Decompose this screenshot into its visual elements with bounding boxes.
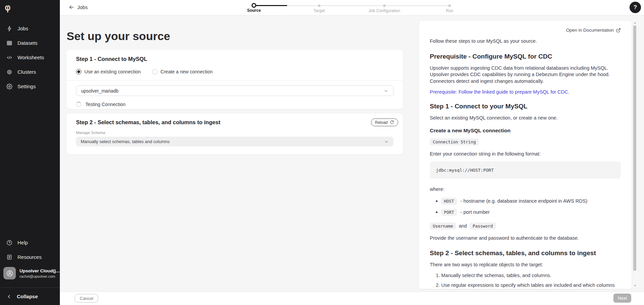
docs-heading-create-connection: Create a new MySQL connection — [430, 128, 621, 134]
step-dot-icon — [252, 3, 256, 8]
help-circle-icon — [6, 240, 12, 246]
docs-paragraph: Enter your connection string in the foll… — [430, 151, 621, 158]
next-button[interactable]: Next — [613, 294, 631, 303]
user-meta: Upsolver Cloud(j... rachel@upsolver.com — [20, 268, 57, 278]
chip-icon — [6, 69, 12, 75]
testing-connection-label: Testing Connection — [85, 102, 125, 107]
breadcrumb-back-jobs[interactable]: Jobs — [69, 4, 88, 10]
docs-heading-step2: Step 2 - Select schemas, tables, and col… — [430, 249, 621, 257]
docs-intro: Follow these steps to use MySQL as your … — [430, 38, 621, 45]
user-account[interactable]: Upsolver Cloud(j... rachel@upsolver.com — [0, 264, 60, 283]
manage-schema-select-value: Manually select schemas, tables and colu… — [81, 139, 384, 144]
sidebar-item-datasets[interactable]: Datasets — [0, 36, 60, 50]
scrollbar-down-arrow[interactable]: ▼ — [634, 284, 637, 287]
list-item: Use regular expressions to specify which… — [441, 282, 621, 289]
spinner-icon — [76, 102, 81, 107]
sidebar-item-label: Resources — [17, 254, 42, 260]
password-code-badge: Password — [469, 223, 496, 230]
reload-button[interactable]: Reload — [371, 118, 398, 126]
user-avatar — [3, 267, 16, 279]
sidebar: φ Jobs Datasets Worksheets Clusters — [0, 0, 60, 305]
reload-label: Reload — [375, 120, 388, 125]
prerequisite-guide-link[interactable]: Prerequisite: Follow the linked guide to… — [430, 89, 621, 95]
docs-bullet-list: HOST - hostname (e.g. database instance … — [430, 198, 621, 216]
sidebar-footer: Help Resources Upsolver Cloud(j... rache… — [0, 235, 60, 305]
username-code-badge: Username — [430, 223, 456, 230]
stepper-step-source[interactable]: Source — [221, 2, 287, 13]
bullet-icon — [436, 200, 438, 202]
external-link-icon — [616, 28, 621, 33]
page-title: Set up your source — [67, 30, 170, 43]
step1-card: Step 1 - Connect to MySQL Use an existin… — [67, 50, 403, 109]
sidebar-item-label: Worksheets — [17, 55, 44, 60]
list-item: PORT - port number — [430, 209, 621, 216]
user-name: Upsolver Cloud(j... — [20, 268, 57, 273]
cancel-button[interactable]: Cancel — [75, 294, 98, 303]
radio-selected-icon — [76, 69, 81, 74]
stepper-step-target[interactable]: Target — [287, 2, 352, 13]
sidebar-item-label: Jobs — [17, 26, 28, 31]
radio-use-existing-connection[interactable]: Use an existing connection — [76, 69, 141, 74]
arrow-left-icon — [69, 4, 74, 10]
manage-schema-select[interactable]: Manually select schemas, tables and colu… — [76, 137, 393, 146]
upsolver-logo-icon: φ — [5, 2, 11, 12]
table-icon — [6, 40, 12, 46]
step-dot-icon — [318, 4, 320, 7]
chevron-down-icon — [384, 89, 388, 93]
scrollbar-thumb[interactable] — [633, 26, 636, 271]
docs-paragraph: There are two ways to replicate objects … — [430, 262, 621, 268]
docs-paragraph: where: — [430, 186, 621, 193]
step2-card: Step 2 - Select schemas, tables, and col… — [67, 113, 403, 155]
docs-paragraph: Provide the username and password to aut… — [430, 235, 621, 242]
manage-schema-label: Manage Schema — [67, 126, 403, 135]
app-logo[interactable]: φ — [0, 0, 60, 19]
stepper-step-run[interactable]: Run — [417, 2, 482, 13]
step-label: Run — [417, 8, 482, 13]
sidebar-collapse-button[interactable]: Collapse — [0, 287, 60, 305]
docs-paragraph: Upsolver supports ingesting CDC data fro… — [430, 65, 621, 85]
credentials-row: Username and Password — [430, 223, 621, 230]
sidebar-item-label: Clusters — [17, 69, 36, 75]
step-dot-icon — [448, 4, 451, 7]
chevron-down-icon — [384, 139, 389, 144]
list-item: Manually select the schemas, tables, and… — [441, 272, 621, 279]
gear-icon — [6, 83, 12, 90]
bullet-text: - hostname (e.g. database instance endpo… — [460, 198, 587, 204]
document-icon — [6, 254, 12, 260]
list-item: HOST - hostname (e.g. database instance … — [430, 198, 621, 205]
sidebar-item-clusters[interactable]: Clusters — [0, 65, 60, 79]
bullet-icon — [436, 211, 438, 213]
sidebar-item-resources[interactable]: Resources — [0, 250, 60, 264]
scrollbar-up-arrow[interactable]: ▲ — [634, 22, 637, 24]
user-email: rachel@upsolver.com — [20, 274, 57, 278]
port-code-badge: PORT — [441, 209, 457, 216]
sidebar-item-worksheets[interactable]: Worksheets — [0, 50, 60, 65]
radio-create-new-connection[interactable]: Create a new connection — [152, 69, 213, 74]
sidebar-item-help[interactable]: Help — [0, 235, 60, 250]
open-in-documentation-link[interactable]: Open in Documentation — [566, 28, 621, 33]
connection-select[interactable]: upsolver_mariadb — [76, 86, 393, 96]
stepper-step-job-configuration[interactable]: Job Configuration — [352, 2, 417, 13]
step-label: Source — [221, 8, 287, 13]
chevron-left-icon — [6, 294, 12, 299]
card-divider — [67, 80, 403, 80]
docs-numbered-list: Manually select the schemas, tables, and… — [430, 272, 621, 289]
step2-card-title: Step 2 - Select schemas, tables, and col… — [76, 119, 220, 126]
host-code-badge: HOST — [441, 198, 457, 205]
connection-mode-radio-group: Use an existing connection Create a new … — [67, 62, 403, 74]
code-icon — [6, 55, 12, 61]
help-button[interactable]: ? — [630, 2, 641, 13]
sidebar-item-jobs[interactable]: Jobs — [0, 21, 60, 36]
sidebar-item-settings[interactable]: Settings — [0, 79, 60, 94]
connection-select-value: upsolver_mariadb — [81, 88, 384, 94]
testing-connection-status: Testing Connection — [67, 96, 403, 107]
connection-string-code-badge: Connection String — [430, 138, 479, 145]
bullet-text: - port number — [460, 209, 490, 215]
radio-label: Use an existing connection — [84, 69, 141, 74]
sidebar-item-label: Settings — [17, 83, 36, 89]
docs-heading-step1: Step 1 - Connect to your MySQL — [430, 103, 621, 110]
sidebar-item-label: Datasets — [17, 40, 37, 46]
question-mark-icon: ? — [634, 4, 637, 11]
creds-text: and — [459, 223, 467, 229]
step-dot-icon — [383, 4, 386, 7]
